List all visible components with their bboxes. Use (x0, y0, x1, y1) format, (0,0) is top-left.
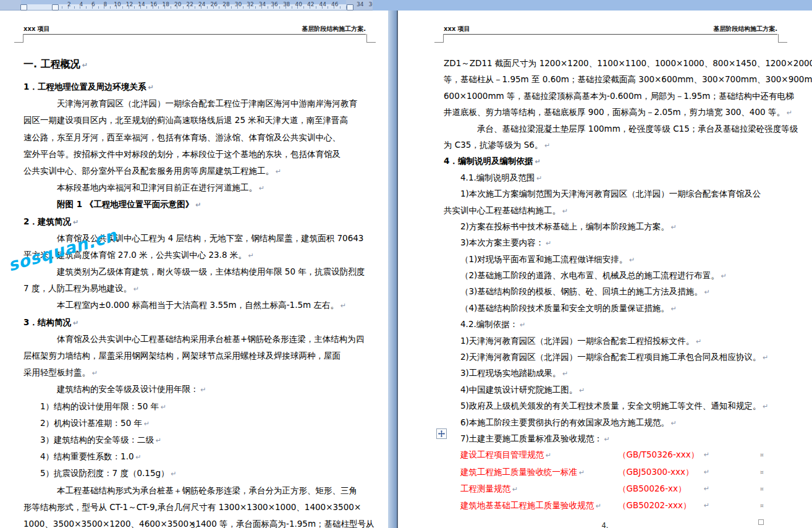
text-line: （1)对现场平面布置和施工流程做详细安排。↵ (444, 251, 781, 267)
text-line-content: 4.2.编制依据： (460, 319, 518, 329)
text-line: 5)政府及上级机关颁发的有关工程技术质量，安全文明施工等文件、通知和规定。↵ (444, 398, 781, 414)
paragraph-mark: ↵ (148, 83, 153, 92)
text-line-content: 室外平台等。按招标文件中对标段的划分，本标段位于这个基地的东块，包括体育馆及 (23, 149, 340, 159)
text-line-content: 4.1.编制说明及范围 (460, 172, 535, 182)
text-line: 1．工程地理位置及周边环境关系↵ (23, 79, 367, 95)
text-line: （4)基础结构阶段技术质量和安全文明的质量保证措施。↵ (444, 300, 781, 316)
paragraph-mark: ↵ (671, 305, 677, 313)
text-line-content: 7)土建主要施工质量标准及验收规范： (460, 433, 603, 443)
text-line-content: 1)本次施工方案编制范围为天津海河教育园区（北洋园）一期综合配套体育馆及公 (460, 189, 761, 198)
text-line-content: 1)天津海河教育园区（北洋园）一期综合配套工程招投标文件。 (460, 336, 694, 346)
text-line: 2）机构设计基准期：50 年↵ (23, 415, 367, 432)
document-page-4[interactable]: xxx 项目 基层阶段结构施工方案. ZD1～ZD11 截面尺寸为 1200×1… (398, 11, 812, 528)
paragraph-mark: ↵ (161, 403, 166, 411)
right-indent-marker[interactable] (347, 4, 353, 11)
paragraph-mark: ↵ (535, 158, 540, 166)
page-header: xxx 项目 基层阶段结构施工方案. (23, 23, 366, 35)
text-line: 4.2.编制依据：↵ (444, 316, 781, 332)
page-3-body-text[interactable]: 一. 工程概况↵ 1．工程地理位置及周边环境关系↵ 天津海河教育园区（北洋园）一… (23, 54, 367, 528)
paragraph-mark: ↵ (671, 419, 677, 427)
page-header: xxx 项目 基层阶段结构施工方案. (444, 23, 777, 35)
spec-name: 工程测量规范 (460, 483, 510, 493)
text-line-content: 形等结构形式，型号从 CT-1～CT-9,承台几何尺寸有 1300×1300×1… (23, 502, 361, 512)
text-line-content: 4．编制说明及编制依据 (444, 156, 533, 166)
text-line-content: 井道底板、剪力墙等结构，基础底板厚 900，面标高为－2.05m，剪力墙宽 30… (444, 107, 785, 117)
paragraph-mark: ↵ (536, 174, 542, 182)
text-line: 本标段基地内幸福河和卫津河目前正在进行河道施工。↵ (23, 179, 367, 196)
text-line: 体育馆及公共实训中心工程基础结构采用承台桩基+钢筋砼条形连梁，主体结构为四 (23, 331, 367, 347)
text-line: 等，基础柱从－1.95m 至 0.60m；基础拉梁截面高 300×600mm、3… (444, 71, 781, 87)
end-of-cell-mark: ¤ (760, 447, 764, 464)
ruler-number: 34 (354, 1, 366, 7)
text-line-content: 5）抗震设防烈度：7 度（0.15g） (40, 468, 169, 478)
text-line-content: 为 C35，抗渗等级为 S6。 (444, 140, 543, 150)
spec-table-row: 建筑工程施工质量验收统一标准↵ （GBJ50300-xxx） ↵ ¤ (444, 464, 781, 480)
spec-table-row: 建设工程项目管理规范↵ （GB/T50326-xxx） ↵ ¤ (444, 446, 781, 463)
text-boundary-mark (778, 34, 787, 43)
paragraph-mark: ↵ (562, 370, 568, 378)
text-line-content: 1）结构的设计使用年限：50 年 (40, 401, 159, 411)
ruler-margin-numbers: 3436 (354, 0, 373, 9)
text-line-content: 2．建筑简况 (23, 216, 71, 226)
text-line-content: （3)基础结构阶段的模板、钢筋、砼、回填土的施工方法及措施。 (460, 286, 703, 296)
text-line-content: （4)基础结构阶段技术质量和安全文明的质量保证措施。 (460, 303, 669, 313)
spec-name: 建设工程项目管理规范 (460, 449, 544, 459)
paragraph-mark: ↵ (520, 321, 525, 329)
text-line: 7 度，人防工程为易地建设。↵ (23, 280, 367, 297)
text-line-content: 2)方案在投标书中技术标基础上，编制本阶段施工方案。 (460, 221, 669, 231)
text-line-content: 建筑结构的安全等级及设计使用年限： (57, 384, 199, 394)
spec-name: 建筑工程施工质量验收统一标准 (460, 467, 577, 477)
paragraph-mark: ↵ (248, 252, 254, 260)
text-line: 7)土建主要施工质量标准及验收规范：↵ (444, 430, 781, 446)
text-line: 体育馆及公共实训中心工程为 4 层结构，无地下室，钢结构屋盖，建筑面积 7064… (23, 230, 367, 247)
horizontal-ruler[interactable]: 2468101214161820222426283032343638404244… (0, 0, 373, 11)
paragraph-mark: ↵ (704, 464, 709, 480)
text-line-content: 6)本施工阶段主要贯彻执行的有效国家及地方施工规范。 (460, 417, 669, 427)
document-page-3[interactable]: xxx 项目 基层阶段结构施工方案. 一. 工程概况↵ 1．工程地理位置及周边环… (0, 11, 388, 528)
text-line: 形等结构形式，型号从 CT-1～CT-9,承台几何尺寸有 1300×1300×1… (23, 499, 367, 516)
paragraph-mark: ↵ (579, 386, 585, 394)
text-line: 4)中国建筑设计研究院施工图。↵ (444, 381, 781, 398)
paragraph-mark: ↵ (92, 369, 98, 377)
text-line-content: 5)政府及上级机关颁发的有关工程技术质量，安全文明施工等文件、通知和规定。 (460, 401, 761, 411)
text-line: 1）结构的设计使用年限：50 年↵ (23, 398, 367, 415)
header-doc-title: 基层阶段结构施工方案. (713, 25, 777, 33)
text-line-content: 一. 工程概况 (23, 58, 80, 70)
text-boundary-mark (14, 34, 23, 43)
text-line-content: 3)本次方案主要内容： (460, 237, 544, 247)
text-line-content: 1．工程地理位置及周边环境关系 (23, 82, 146, 92)
text-line: 2)方案在投标书中技术标基础上，编制本阶段施工方案。↵ (444, 218, 781, 234)
first-line-indent-marker[interactable] (52, 4, 59, 11)
text-line: 3．结构简况↵ (23, 314, 367, 331)
text-line: 4.1.编制说明及范围↵ (444, 169, 781, 185)
text-line: 1)本次施工方案编制范围为天津海河教育园区（北洋园）一期综合配套体育馆及公 (444, 185, 781, 202)
paragraph-mark: ↵ (276, 168, 281, 176)
text-line: （3)基础结构阶段的模板、钢筋、砼、回填土的施工方法及措施。↵ (444, 283, 781, 299)
page-4-paragraph-lines: ZD1～ZD11 截面尺寸为 1200×1200、1100×1100、1000×… (444, 55, 781, 446)
header-doc-title: 基层阶段结构施工方案. (302, 25, 366, 33)
text-line: 5）抗震设防烈度：7 度（0.15g）↵ (23, 465, 367, 482)
text-line: 本工程室内±0.000 标高相当于大沽高程 3.55m，自然土标高-1.5m 左… (23, 297, 367, 313)
end-of-cell-mark: ¤ (760, 498, 764, 514)
spec-code: （GBJ50300-xxx） (618, 464, 694, 480)
text-line: 共实训中心工程基础结构施工。↵ (444, 202, 781, 218)
page-divider (388, 11, 398, 528)
page-4-body-text[interactable]: ZD1～ZD11 截面尺寸为 1200×1200、1100×1100、1000×… (444, 55, 781, 528)
text-line-content: 建筑类别为乙级体育建筑，耐火等级一级，主体结构使用年限 50 年，抗震设防烈度 (57, 266, 365, 276)
spec-name: 建筑地基基础工程施工质量验收规范 (460, 500, 594, 510)
left-indent-marker[interactable] (20, 4, 27, 11)
text-line-content: 等，基础柱从－1.95m 至 0.60m；基础拉梁截面高 300×600mm、3… (444, 74, 812, 84)
paragraph-mark: ↵ (604, 435, 610, 443)
text-boundary-mark (366, 34, 376, 43)
text-line: 承台、基础拉梁混凝土垫层厚 100mm，砼强度等级 C15；承台及基础拉梁砼强度… (444, 121, 781, 137)
text-line-content: 园区一期建设项目区内，北至规划的蓟汕高速联络线后退 25 米和天津大道，南至津晋… (23, 115, 348, 125)
text-line: 为 C35，抗渗等级为 S6。↵ (444, 137, 781, 153)
text-line: 1)天津海河教育园区（北洋园）一期综合配套工程招投标文件。↵ (444, 333, 781, 349)
text-line-content: （1)对现场平面布置和施工流程做详细安排。 (460, 254, 627, 264)
table-move-handle-icon[interactable] (436, 428, 447, 439)
spec-code: （GB/T50326-xxx） (618, 446, 699, 463)
text-line-content: 3．结构简况 (23, 317, 71, 327)
text-line-content: 速公路，东至月牙河，西至幸福河，包括有体育场、游泳馆、体育馆及公共实训中心、 (23, 132, 340, 142)
paragraph-mark: ↵ (136, 453, 142, 461)
text-line-content: 体育馆及公共实训中心工程为 4 层结构，无地下室，钢结构屋盖，建筑面积 7064… (57, 233, 363, 243)
